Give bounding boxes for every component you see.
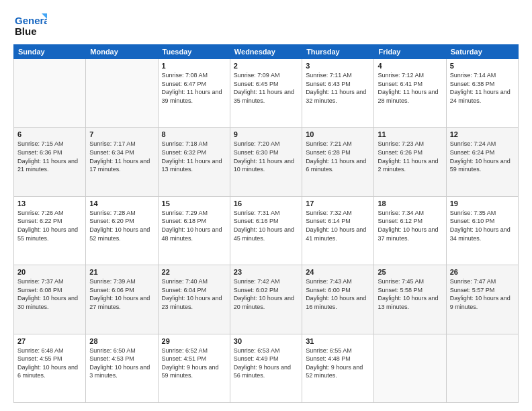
calendar-cell: 31Sunrise: 6:55 AM Sunset: 4:48 PM Dayli… bbox=[302, 334, 374, 402]
calendar-week-row: 27Sunrise: 6:48 AM Sunset: 4:55 PM Dayli… bbox=[14, 334, 519, 402]
day-header-tuesday: Tuesday bbox=[158, 45, 230, 59]
day-number: 28 bbox=[89, 337, 154, 345]
day-info: Sunrise: 6:53 AM Sunset: 4:49 PM Dayligh… bbox=[234, 347, 298, 380]
day-header-sunday: Sunday bbox=[14, 45, 86, 59]
day-info: Sunrise: 7:17 AM Sunset: 6:34 PM Dayligh… bbox=[89, 140, 154, 173]
calendar-cell bbox=[14, 59, 86, 128]
day-info: Sunrise: 7:45 AM Sunset: 5:58 PM Dayligh… bbox=[378, 277, 442, 311]
day-info: Sunrise: 7:43 AM Sunset: 6:00 PM Dayligh… bbox=[306, 277, 370, 311]
calendar-cell: 11Sunrise: 7:23 AM Sunset: 6:26 PM Dayli… bbox=[374, 128, 446, 196]
day-number: 6 bbox=[17, 130, 82, 138]
day-number: 17 bbox=[306, 199, 370, 208]
calendar-cell: 16Sunrise: 7:31 AM Sunset: 6:16 PM Dayli… bbox=[230, 196, 302, 265]
day-info: Sunrise: 7:34 AM Sunset: 6:12 PM Dayligh… bbox=[378, 209, 442, 242]
day-number: 13 bbox=[17, 199, 82, 208]
calendar-cell: 8Sunrise: 7:18 AM Sunset: 6:32 PM Daylig… bbox=[158, 128, 230, 196]
day-info: Sunrise: 7:26 AM Sunset: 6:22 PM Dayligh… bbox=[17, 209, 82, 242]
calendar-cell: 22Sunrise: 7:40 AM Sunset: 6:04 PM Dayli… bbox=[158, 265, 230, 334]
day-info: Sunrise: 7:18 AM Sunset: 6:32 PM Dayligh… bbox=[162, 140, 226, 173]
day-info: Sunrise: 6:52 AM Sunset: 4:51 PM Dayligh… bbox=[162, 347, 226, 380]
day-info: Sunrise: 6:50 AM Sunset: 4:53 PM Dayligh… bbox=[89, 347, 154, 380]
day-number: 20 bbox=[17, 268, 82, 276]
day-number: 11 bbox=[378, 130, 442, 138]
day-info: Sunrise: 7:31 AM Sunset: 6:16 PM Dayligh… bbox=[234, 209, 298, 242]
calendar-table: SundayMondayTuesdayWednesdayThursdayFrid… bbox=[13, 44, 519, 403]
calendar-cell: 10Sunrise: 7:21 AM Sunset: 6:28 PM Dayli… bbox=[302, 128, 374, 196]
day-info: Sunrise: 7:29 AM Sunset: 6:18 PM Dayligh… bbox=[162, 209, 226, 242]
header: General Blue bbox=[13, 11, 519, 38]
calendar-cell: 5Sunrise: 7:14 AM Sunset: 6:38 PM Daylig… bbox=[446, 59, 518, 128]
calendar-cell: 30Sunrise: 6:53 AM Sunset: 4:49 PM Dayli… bbox=[230, 334, 302, 402]
svg-text:Blue: Blue bbox=[15, 26, 37, 37]
day-number: 3 bbox=[306, 62, 370, 70]
calendar-cell: 9Sunrise: 7:20 AM Sunset: 6:30 PM Daylig… bbox=[230, 128, 302, 196]
day-number: 24 bbox=[306, 268, 370, 276]
day-number: 23 bbox=[234, 268, 298, 276]
day-number: 5 bbox=[450, 62, 515, 70]
day-info: Sunrise: 6:48 AM Sunset: 4:55 PM Dayligh… bbox=[17, 347, 82, 380]
page: General Blue SundayMondayTuesdayWednesda… bbox=[0, 0, 532, 411]
day-info: Sunrise: 7:40 AM Sunset: 6:04 PM Dayligh… bbox=[162, 277, 226, 311]
calendar-cell: 21Sunrise: 7:39 AM Sunset: 6:06 PM Dayli… bbox=[86, 265, 158, 334]
day-info: Sunrise: 7:47 AM Sunset: 5:57 PM Dayligh… bbox=[450, 277, 515, 311]
calendar-cell: 23Sunrise: 7:42 AM Sunset: 6:02 PM Dayli… bbox=[230, 265, 302, 334]
day-number: 31 bbox=[306, 337, 370, 345]
day-number: 29 bbox=[162, 337, 226, 345]
calendar-cell: 13Sunrise: 7:26 AM Sunset: 6:22 PM Dayli… bbox=[14, 196, 86, 265]
day-info: Sunrise: 7:28 AM Sunset: 6:20 PM Dayligh… bbox=[89, 209, 154, 242]
calendar-header-row: SundayMondayTuesdayWednesdayThursdayFrid… bbox=[14, 45, 519, 59]
day-number: 7 bbox=[89, 130, 154, 138]
calendar-cell: 28Sunrise: 6:50 AM Sunset: 4:53 PM Dayli… bbox=[86, 334, 158, 402]
day-info: Sunrise: 7:42 AM Sunset: 6:02 PM Dayligh… bbox=[234, 277, 298, 311]
calendar-cell: 25Sunrise: 7:45 AM Sunset: 5:58 PM Dayli… bbox=[374, 265, 446, 334]
day-number: 8 bbox=[162, 130, 226, 138]
calendar-cell: 29Sunrise: 6:52 AM Sunset: 4:51 PM Dayli… bbox=[158, 334, 230, 402]
day-info: Sunrise: 7:39 AM Sunset: 6:06 PM Dayligh… bbox=[89, 277, 154, 311]
calendar-cell: 4Sunrise: 7:12 AM Sunset: 6:41 PM Daylig… bbox=[374, 59, 446, 128]
logo-icon: General Blue bbox=[13, 11, 47, 38]
calendar-cell: 27Sunrise: 6:48 AM Sunset: 4:55 PM Dayli… bbox=[14, 334, 86, 402]
day-number: 15 bbox=[162, 199, 226, 208]
day-info: Sunrise: 7:32 AM Sunset: 6:14 PM Dayligh… bbox=[306, 209, 370, 242]
day-info: Sunrise: 7:11 AM Sunset: 6:43 PM Dayligh… bbox=[306, 71, 370, 105]
day-info: Sunrise: 7:24 AM Sunset: 6:24 PM Dayligh… bbox=[450, 140, 515, 173]
day-number: 25 bbox=[378, 268, 442, 276]
logo: General Blue bbox=[13, 11, 50, 38]
day-info: Sunrise: 7:09 AM Sunset: 6:45 PM Dayligh… bbox=[234, 71, 298, 105]
calendar-cell: 1Sunrise: 7:08 AM Sunset: 6:47 PM Daylig… bbox=[158, 59, 230, 128]
calendar-cell: 2Sunrise: 7:09 AM Sunset: 6:45 PM Daylig… bbox=[230, 59, 302, 128]
day-number: 21 bbox=[89, 268, 154, 276]
day-header-thursday: Thursday bbox=[302, 45, 374, 59]
calendar-cell: 6Sunrise: 7:15 AM Sunset: 6:36 PM Daylig… bbox=[14, 128, 86, 196]
day-number: 4 bbox=[378, 62, 442, 70]
calendar-cell: 15Sunrise: 7:29 AM Sunset: 6:18 PM Dayli… bbox=[158, 196, 230, 265]
calendar-cell: 7Sunrise: 7:17 AM Sunset: 6:34 PM Daylig… bbox=[86, 128, 158, 196]
svg-text:General: General bbox=[15, 15, 47, 26]
calendar-week-row: 1Sunrise: 7:08 AM Sunset: 6:47 PM Daylig… bbox=[14, 59, 519, 128]
calendar-cell: 20Sunrise: 7:37 AM Sunset: 6:08 PM Dayli… bbox=[14, 265, 86, 334]
calendar-week-row: 13Sunrise: 7:26 AM Sunset: 6:22 PM Dayli… bbox=[14, 196, 519, 265]
calendar-week-row: 6Sunrise: 7:15 AM Sunset: 6:36 PM Daylig… bbox=[14, 128, 519, 196]
calendar-cell: 26Sunrise: 7:47 AM Sunset: 5:57 PM Dayli… bbox=[446, 265, 518, 334]
day-info: Sunrise: 7:35 AM Sunset: 6:10 PM Dayligh… bbox=[450, 209, 515, 242]
day-info: Sunrise: 7:20 AM Sunset: 6:30 PM Dayligh… bbox=[234, 140, 298, 173]
calendar-cell: 24Sunrise: 7:43 AM Sunset: 6:00 PM Dayli… bbox=[302, 265, 374, 334]
day-header-saturday: Saturday bbox=[446, 45, 518, 59]
calendar-cell: 19Sunrise: 7:35 AM Sunset: 6:10 PM Dayli… bbox=[446, 196, 518, 265]
day-number: 22 bbox=[162, 268, 226, 276]
calendar-cell bbox=[446, 334, 518, 402]
day-info: Sunrise: 6:55 AM Sunset: 4:48 PM Dayligh… bbox=[306, 347, 370, 380]
day-number: 10 bbox=[306, 130, 370, 138]
calendar-cell: 18Sunrise: 7:34 AM Sunset: 6:12 PM Dayli… bbox=[374, 196, 446, 265]
day-info: Sunrise: 7:08 AM Sunset: 6:47 PM Dayligh… bbox=[162, 71, 226, 105]
day-number: 14 bbox=[89, 199, 154, 208]
calendar-cell: 17Sunrise: 7:32 AM Sunset: 6:14 PM Dayli… bbox=[302, 196, 374, 265]
day-info: Sunrise: 7:15 AM Sunset: 6:36 PM Dayligh… bbox=[17, 140, 82, 173]
day-number: 27 bbox=[17, 337, 82, 345]
day-number: 19 bbox=[450, 199, 515, 208]
day-info: Sunrise: 7:14 AM Sunset: 6:38 PM Dayligh… bbox=[450, 71, 515, 105]
day-number: 16 bbox=[234, 199, 298, 208]
day-header-wednesday: Wednesday bbox=[230, 45, 302, 59]
day-number: 18 bbox=[378, 199, 442, 208]
calendar-week-row: 20Sunrise: 7:37 AM Sunset: 6:08 PM Dayli… bbox=[14, 265, 519, 334]
